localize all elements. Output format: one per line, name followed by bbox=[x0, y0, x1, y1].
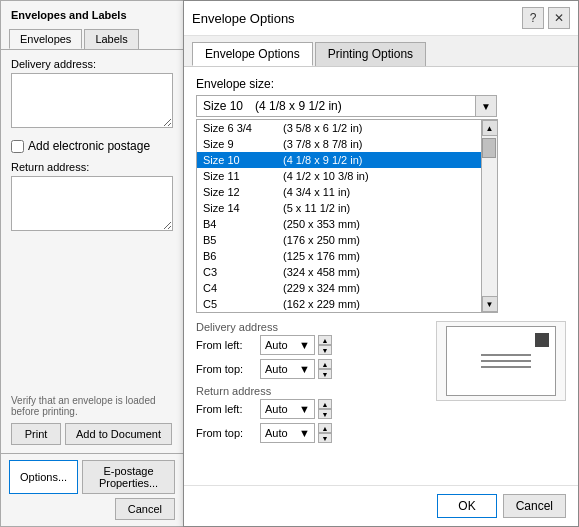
list-item[interactable]: Size 12 (4 3/4 x 11 in) bbox=[197, 184, 481, 200]
delivery-address-input[interactable] bbox=[11, 73, 173, 128]
left-bottom: Verify that an envelope is loaded before… bbox=[1, 391, 183, 453]
spin-up[interactable]: ▲ bbox=[318, 335, 332, 345]
selected-size-dims: (4 1/8 x 9 1/2 in) bbox=[255, 99, 342, 113]
scroll-track bbox=[482, 136, 497, 296]
print-button[interactable]: Print bbox=[11, 423, 61, 445]
delivery-from-top-row: From top: Auto ▼ ▲ ▼ bbox=[196, 359, 428, 379]
list-item[interactable]: C3 (324 x 458 mm) bbox=[197, 264, 481, 280]
scroll-down-button[interactable]: ▼ bbox=[482, 296, 498, 312]
add-postage-row: Add electronic postage bbox=[11, 139, 173, 153]
spin-down[interactable]: ▼ bbox=[318, 433, 332, 443]
tab-labels[interactable]: Labels bbox=[84, 29, 138, 49]
delivery-from-left-select[interactable]: Auto ▼ bbox=[260, 335, 315, 355]
from-top-label: From top: bbox=[196, 363, 256, 375]
return-from-top-select[interactable]: Auto ▼ bbox=[260, 423, 315, 443]
delivery-address-label: Delivery address: bbox=[11, 58, 173, 70]
scroll-thumb[interactable] bbox=[482, 138, 496, 158]
address-lines-graphic bbox=[481, 354, 531, 368]
list-item[interactable]: Size 11 (4 1/2 x 10 3/8 in) bbox=[197, 168, 481, 184]
env-line bbox=[481, 360, 531, 362]
list-item-selected[interactable]: Size 10 (4 1/8 x 9 1/2 in) bbox=[197, 152, 481, 168]
options-button[interactable]: Options... bbox=[9, 460, 78, 494]
size-dropdown-button[interactable]: ▼ bbox=[475, 95, 497, 117]
return-from-left-value: Auto bbox=[265, 403, 288, 415]
chevron-down-icon: ▼ bbox=[299, 427, 310, 439]
cancel-button[interactable]: Cancel bbox=[503, 494, 566, 518]
left-panel-title: Envelopes and Labels bbox=[1, 1, 183, 25]
delivery-from-top-select[interactable]: Auto ▼ bbox=[260, 359, 315, 379]
tab-envelope-options[interactable]: Envelope Options bbox=[192, 42, 313, 66]
delivery-from-left-spinner: ▲ ▼ bbox=[318, 335, 332, 355]
return-address-input[interactable] bbox=[11, 176, 173, 231]
spin-down[interactable]: ▼ bbox=[318, 345, 332, 355]
verify-text: Verify that an envelope is loaded before… bbox=[11, 395, 173, 417]
envelope-preview bbox=[436, 321, 566, 401]
selected-size-name: Size 10 bbox=[203, 99, 243, 113]
delivery-from-top-value: Auto bbox=[265, 363, 288, 375]
env-line bbox=[481, 366, 531, 368]
list-item[interactable]: B6 (125 x 176 mm) bbox=[197, 248, 481, 264]
epostage-button[interactable]: E-postage Properties... bbox=[82, 460, 175, 494]
from-left-label: From left: bbox=[196, 339, 256, 351]
chevron-down-icon: ▼ bbox=[299, 339, 310, 351]
size-list: Size 6 3/4 (3 5/8 x 6 1/2 in) Size 9 (3 … bbox=[197, 120, 481, 312]
return-from-left-row: From left: Auto ▼ ▲ ▼ bbox=[196, 399, 428, 419]
dialog-title: Envelope Options bbox=[192, 11, 295, 26]
env-line bbox=[481, 354, 531, 356]
envelope-options-dialog: Envelope Options ? ✕ Envelope Options Pr… bbox=[183, 0, 579, 527]
envelope-size-label: Envelope size: bbox=[196, 77, 566, 91]
return-address-label: Return address: bbox=[11, 161, 173, 173]
size-display[interactable]: Size 10 (4 1/8 x 9 1/2 in) bbox=[196, 95, 476, 117]
delivery-pos-label: Delivery address bbox=[196, 321, 428, 333]
dialog-tabs: Envelope Options Printing Options bbox=[184, 36, 578, 67]
return-from-top-row: From top: Auto ▼ ▲ ▼ bbox=[196, 423, 428, 443]
scroll-up-button[interactable]: ▲ bbox=[482, 120, 498, 136]
return-pos-label: Return address bbox=[196, 385, 428, 397]
bottom-buttons: Print Add to Document bbox=[11, 423, 173, 445]
add-postage-label: Add electronic postage bbox=[28, 139, 150, 153]
spin-up[interactable]: ▲ bbox=[318, 399, 332, 409]
list-item[interactable]: Size 9 (3 7/8 x 8 7/8 in) bbox=[197, 136, 481, 152]
spin-down[interactable]: ▼ bbox=[318, 369, 332, 379]
return-from-top-value: Auto bbox=[265, 427, 288, 439]
left-panel: Envelopes and Labels Envelopes Labels De… bbox=[0, 0, 183, 527]
left-tabs: Envelopes Labels bbox=[1, 25, 183, 49]
list-item[interactable]: C4 (229 x 324 mm) bbox=[197, 280, 481, 296]
list-item[interactable]: B4 (250 x 353 mm) bbox=[197, 216, 481, 232]
tab-envelopes[interactable]: Envelopes bbox=[9, 29, 82, 49]
footer-btn-row: Options... E-postage Properties... bbox=[9, 460, 175, 494]
tab-printing-options[interactable]: Printing Options bbox=[315, 42, 426, 66]
ok-button[interactable]: OK bbox=[437, 494, 496, 518]
return-from-left-select[interactable]: Auto ▼ bbox=[260, 399, 315, 419]
help-button[interactable]: ? bbox=[522, 7, 544, 29]
cancel-main-button[interactable]: Cancel bbox=[115, 498, 175, 520]
address-options: Delivery address From left: Auto ▼ ▲ ▼ F… bbox=[196, 321, 428, 447]
spin-up[interactable]: ▲ bbox=[318, 423, 332, 433]
list-item[interactable]: B5 (176 x 250 mm) bbox=[197, 232, 481, 248]
dialog-footer: OK Cancel bbox=[184, 485, 578, 526]
spin-up[interactable]: ▲ bbox=[318, 359, 332, 369]
chevron-down-icon: ▼ bbox=[299, 363, 310, 375]
chevron-down-icon: ▼ bbox=[299, 403, 310, 415]
dialog-body: Envelope size: Size 10 (4 1/8 x 9 1/2 in… bbox=[184, 67, 578, 485]
list-item[interactable]: Size 6 3/4 (3 5/8 x 6 1/2 in) bbox=[197, 120, 481, 136]
list-item[interactable]: C5 (162 x 229 mm) bbox=[197, 296, 481, 312]
return-from-left-label: From left: bbox=[196, 403, 256, 415]
close-button[interactable]: ✕ bbox=[548, 7, 570, 29]
list-item[interactable]: Size 14 (5 x 11 1/2 in) bbox=[197, 200, 481, 216]
delivery-from-left-row: From left: Auto ▼ ▲ ▼ bbox=[196, 335, 428, 355]
add-to-document-button[interactable]: Add to Document bbox=[65, 423, 172, 445]
left-panel-footer: Options... E-postage Properties... Cance… bbox=[1, 453, 183, 526]
size-dropdown-list: Size 6 3/4 (3 5/8 x 6 1/2 in) Size 9 (3 … bbox=[196, 119, 498, 313]
envelope-graphic bbox=[446, 326, 556, 396]
dialog-titlebar: Envelope Options ? ✕ bbox=[184, 1, 578, 36]
return-from-left-spinner: ▲ ▼ bbox=[318, 399, 332, 419]
spin-down[interactable]: ▼ bbox=[318, 409, 332, 419]
left-content: Delivery address: Add electronic postage… bbox=[1, 49, 183, 391]
return-from-top-spinner: ▲ ▼ bbox=[318, 423, 332, 443]
options-and-preview: Delivery address From left: Auto ▼ ▲ ▼ F… bbox=[196, 321, 566, 447]
add-postage-checkbox[interactable] bbox=[11, 140, 24, 153]
scrollbar: ▲ ▼ bbox=[481, 120, 497, 312]
title-controls: ? ✕ bbox=[522, 7, 570, 29]
delivery-from-left-value: Auto bbox=[265, 339, 288, 351]
